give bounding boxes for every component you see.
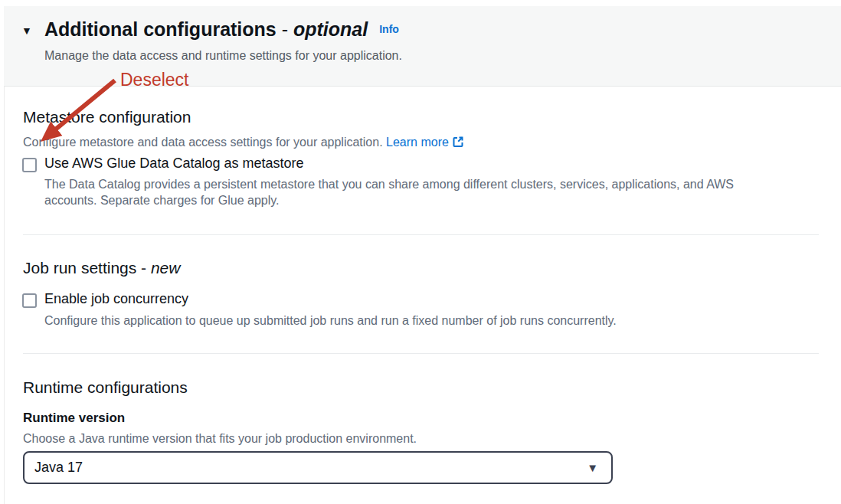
runtime-version-label: Runtime version	[23, 411, 125, 426]
job-run-settings-heading-text: Job run settings	[23, 259, 136, 277]
section-title-text: Additional configurations	[44, 18, 277, 40]
external-link-icon	[452, 136, 464, 148]
job-concurrency-checkbox[interactable]	[22, 293, 37, 308]
caret-down-icon: ▼	[587, 462, 611, 473]
section-title: Additional configurations - optionalInfo	[44, 18, 399, 41]
section-title-optional: optional	[293, 18, 368, 40]
job-concurrency-checkbox-label[interactable]: Enable job concurrency	[44, 291, 188, 307]
runtime-configurations-heading: Runtime configurations	[23, 378, 188, 397]
learn-more-label: Learn more	[386, 136, 449, 149]
job-concurrency-description: Configure this application to queue up s…	[44, 313, 617, 329]
glue-catalog-checkbox-label[interactable]: Use AWS Glue Data Catalog as metastore	[44, 155, 303, 172]
job-run-settings-heading: Job run settings - new	[23, 259, 180, 277]
runtime-version-description: Choose a Java runtime version that fits …	[23, 430, 417, 447]
section-subtitle: Manage the data access and runtime setti…	[44, 49, 402, 63]
glue-catalog-checkbox[interactable]	[22, 158, 37, 172]
info-link[interactable]: Info	[379, 23, 399, 35]
learn-more-link[interactable]: Learn more	[386, 136, 464, 149]
section-divider	[23, 353, 819, 354]
runtime-version-value: Java 17	[25, 460, 587, 476]
glue-catalog-description: The Data Catalog provides a persistent m…	[44, 176, 771, 208]
runtime-version-select[interactable]: Java 17 ▼	[23, 451, 613, 484]
deselect-arrow-icon	[27, 77, 123, 149]
job-run-settings-new-badge: new	[151, 259, 181, 277]
section-divider	[23, 234, 819, 235]
section-title-separator: -	[277, 18, 293, 40]
caret-down-icon[interactable]: ▼	[21, 25, 32, 36]
deselect-annotation-label: Deselect	[120, 70, 188, 90]
job-run-settings-separator: -	[136, 259, 151, 277]
additional-configurations-panel: ▼ Additional configurations - optionalIn…	[0, 0, 841, 504]
